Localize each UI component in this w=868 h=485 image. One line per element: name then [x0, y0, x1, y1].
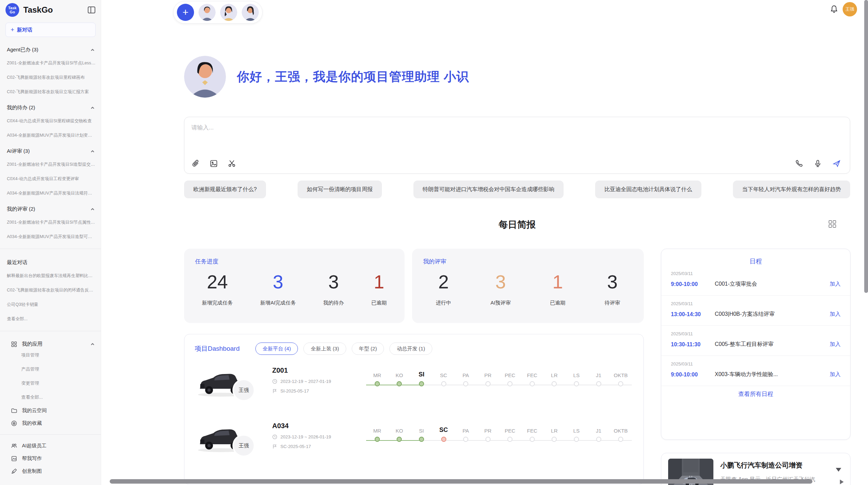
milestone-dot — [574, 381, 579, 386]
phone-call-icon[interactable] — [795, 159, 803, 168]
suggestion-chip[interactable]: 欧洲新规最近颁布了什么? — [184, 181, 266, 198]
chevron-up-icon[interactable] — [91, 149, 95, 153]
suggestion-chip[interactable]: 如何写一份清晰的项目周报 — [298, 181, 382, 198]
image-icon[interactable] — [209, 159, 218, 168]
stat-value: 3 — [491, 272, 511, 292]
avatar[interactable] — [242, 4, 259, 21]
project-flag: SI-2025-05-17 — [272, 388, 331, 394]
project-row[interactable]: 王强 Z001 2023-12-19 ~ 2027-01-19 SI-2025-… — [184, 362, 643, 417]
dashboard-tabs: 全新平台 (4) 全新上装 (3) 年型 (2) 动总开发 (1) — [255, 343, 432, 355]
sidebar-item[interactable]: C02-飞腾新能源轻客改款项目里程碑画布 — [0, 70, 101, 85]
join-link[interactable]: 加入 — [830, 311, 841, 318]
user-avatar[interactable]: 王强 — [843, 2, 857, 16]
app-item-change-mgmt[interactable]: 变更管理 — [0, 376, 101, 390]
ai-super-staff[interactable]: AI超级员工 — [0, 439, 101, 452]
section-agent-done[interactable]: Agent已办 (3) — [0, 41, 101, 56]
milestone-label: PR — [477, 372, 499, 378]
scissors-icon[interactable] — [228, 159, 236, 168]
tab-model-year[interactable]: 年型 (2) — [352, 343, 384, 355]
section-title: Agent已办 (3) — [7, 47, 38, 53]
section-my-review[interactable]: 我的评审 (2) — [0, 200, 101, 215]
milestone-label: MR — [366, 428, 388, 434]
section-my-todo[interactable]: 我的待办 (2) — [0, 99, 101, 114]
stat: 3 待评审 — [605, 272, 620, 306]
stats-row: 2 进行中 3 AI预评审 1 已逾期 3 待评审 — [412, 272, 644, 306]
chevron-up-icon[interactable] — [91, 207, 95, 211]
logo-text-top: Task — [8, 6, 16, 10]
project-row[interactable]: 王强 A034 2023-12-19 ~ 2026-01-19 SC-2025-… — [184, 417, 643, 473]
sidebar-item[interactable]: Z001-全新燃油皮卡产品开发项目SI节点Lesson Learn报告 — [0, 56, 101, 70]
apps-view-all[interactable]: 查看全部... — [0, 390, 101, 404]
tab-all-new-platform[interactable]: 全新平台 (4) — [255, 343, 298, 355]
chevron-up-icon[interactable] — [91, 48, 95, 52]
chat-input-card — [184, 117, 850, 174]
chevron-up-icon[interactable] — [91, 342, 95, 346]
recent-chat-item[interactable]: 解释最新出台的欧盟报废车法规再生塑料比例被调至15%... — [0, 269, 101, 283]
avatar[interactable] — [198, 4, 216, 21]
my-apps-header[interactable]: 我的应用 — [0, 336, 101, 348]
horizontal-scrollbar[interactable] — [110, 479, 812, 484]
suggestion-chip[interactable]: 当下年轻人对汽车外观有怎样的喜好趋势 — [733, 181, 850, 198]
app-item-project-mgmt[interactable]: 项目管理 — [0, 348, 101, 362]
recent-chat-item[interactable]: 公司Q3轻卡销量 — [0, 297, 101, 312]
suggestion-chips: 欧洲新规最近颁布了什么? 如何写一份清晰的项目周报 特朗普可能对进口汽车增税会对… — [184, 181, 850, 198]
schedule-card: 日程 2025/03/11 9:00-10:00 C001-立项审批会 加入 2… — [661, 249, 851, 440]
recent-chat-item[interactable]: C02-飞腾新能源轻客改款项目的闭环通告反馈情况 — [0, 283, 101, 297]
sidebar-item[interactable]: A034-全新新能源MUV产品开发项目计划变更表编写 — [0, 128, 101, 142]
flag-icon — [272, 444, 277, 449]
join-link[interactable]: 加入 — [830, 341, 841, 348]
sidebar-item[interactable]: C02-飞腾新能源轻客改款项目立项汇报方案 — [0, 85, 101, 99]
scroll-right-arrow[interactable] — [840, 480, 844, 484]
collapse-sidebar-icon[interactable] — [88, 7, 95, 13]
suggestion-chip[interactable]: 比亚迪全固态电池计划具体说了什么 — [595, 181, 701, 198]
milestone-dot-done — [375, 381, 380, 386]
project-period-text: 2023-12-19 ~ 2027-01-19 — [280, 379, 331, 384]
sidebar-item[interactable]: A034-全新新能源MUV产品开发项目造型可行性评审 — [0, 229, 101, 244]
new-chat-button[interactable]: + 新对话 — [5, 23, 96, 37]
join-link[interactable]: 加入 — [830, 281, 841, 288]
sidebar-item[interactable]: C0X4-动力总成开发项目SI里程碑提交物检查 — [0, 114, 101, 128]
sidebar-item[interactable]: Z001-全新燃油轻卡产品开发项目SI造型提交物评审 — [0, 157, 101, 172]
notifications-bell-icon[interactable] — [830, 5, 839, 14]
chat-input[interactable] — [191, 122, 774, 134]
creative-drawing-label: 创意制图 — [22, 468, 42, 474]
tab-new-body[interactable]: 全新上装 (3) — [303, 343, 346, 355]
project-flag: SC-2025-05-17 — [272, 444, 331, 449]
star-badge-icon — [11, 420, 17, 426]
input-right-tools — [795, 159, 841, 168]
tab-powertrain-dev[interactable]: 动总开发 (1) — [389, 343, 432, 355]
sidebar-item[interactable]: A034-全新新能源MUV产品开发项目法规符合性评审 — [0, 186, 101, 200]
vertical-scrollbar[interactable] — [864, 0, 868, 293]
app-item-product-mgmt[interactable]: 产品管理 — [0, 362, 101, 376]
avatar[interactable] — [220, 4, 237, 21]
my-cloud-space[interactable]: 我的云空间 — [0, 404, 101, 417]
card-title: 任务进度 — [184, 249, 405, 265]
my-favorites[interactable]: 我的收藏 — [0, 417, 101, 430]
view-all-schedule-link[interactable]: 查看所有日程 — [661, 386, 850, 398]
recent-view-all[interactable]: 查看全部... — [0, 312, 101, 326]
milestone-dot — [596, 437, 601, 442]
milestone-label: LS — [565, 372, 588, 378]
layout-grid-icon[interactable] — [828, 219, 837, 229]
section-ai-review[interactable]: AI评审 (3) — [0, 142, 101, 157]
section-recent-chats: 最近对话 — [0, 254, 101, 269]
my-apps-label: 我的应用 — [22, 341, 86, 347]
milestone-dot — [596, 381, 601, 386]
send-icon[interactable] — [832, 159, 841, 168]
attachment-paperclip-icon[interactable] — [191, 159, 200, 168]
stat: 24 新增完成任务 — [202, 272, 233, 306]
chevron-up-icon[interactable] — [91, 106, 95, 110]
schedule-item: 2025/03/11 10:30-11:30 C005-整车工程目标评审 加入 — [661, 326, 850, 356]
join-link[interactable]: 加入 — [830, 371, 841, 378]
stat-label: 新增AI完成任务 — [260, 300, 296, 306]
creative-drawing[interactable]: 创意制图 — [0, 465, 101, 477]
suggestion-chip[interactable]: 特朗普可能对进口汽车增税会对中国车企造成哪些影响 — [413, 181, 564, 198]
microphone-icon[interactable] — [813, 159, 822, 168]
help-me-write[interactable]: 帮我写作 — [0, 452, 101, 465]
sidebar-item[interactable]: C0X4-动力总成开发项目工程变更评审 — [0, 172, 101, 186]
image-frame-icon — [11, 456, 17, 462]
add-conversation-button[interactable]: + — [177, 4, 194, 21]
scroll-down-arrow[interactable] — [836, 468, 841, 472]
schedule-date: 2025/03/11 — [671, 271, 841, 276]
sidebar-item[interactable]: Z001-全新燃油轻卡产品开发项目SI节点属性5D文件评审 — [0, 215, 101, 229]
